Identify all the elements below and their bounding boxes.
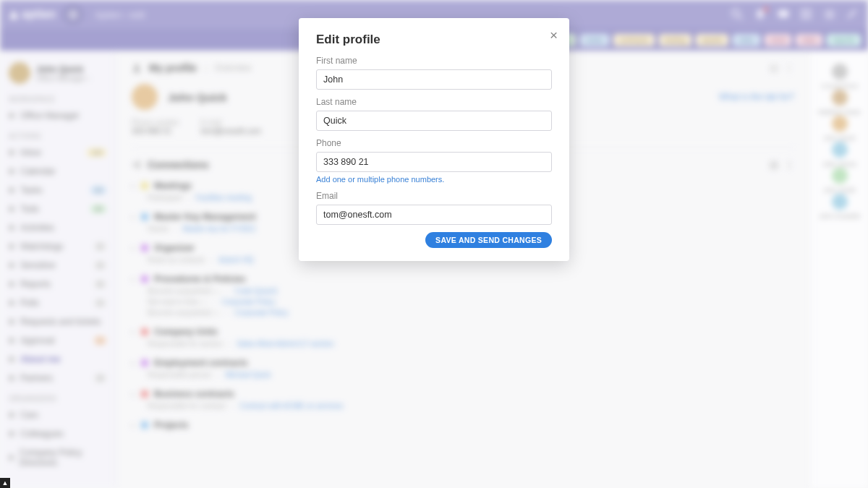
phone-label: Phone <box>316 138 552 148</box>
last-name-label: Last name <box>316 97 552 107</box>
close-icon[interactable]: × <box>550 28 558 42</box>
email-label: Email <box>316 191 552 201</box>
phone-hint[interactable]: Add one or multiple phone numbers. <box>316 175 552 184</box>
phone-input[interactable] <box>316 152 552 172</box>
save-button[interactable]: SAVE AND SEND CHANGES <box>425 232 552 248</box>
first-name-label: First name <box>316 56 552 66</box>
corner-marker: ▲ <box>0 478 10 488</box>
email-input[interactable] <box>316 205 552 225</box>
last-name-input[interactable] <box>316 111 552 131</box>
modal-title: Edit profile <box>316 33 552 47</box>
first-name-input[interactable] <box>316 69 552 90</box>
edit-profile-modal: × Edit profile First name Last name Phon… <box>299 18 569 261</box>
